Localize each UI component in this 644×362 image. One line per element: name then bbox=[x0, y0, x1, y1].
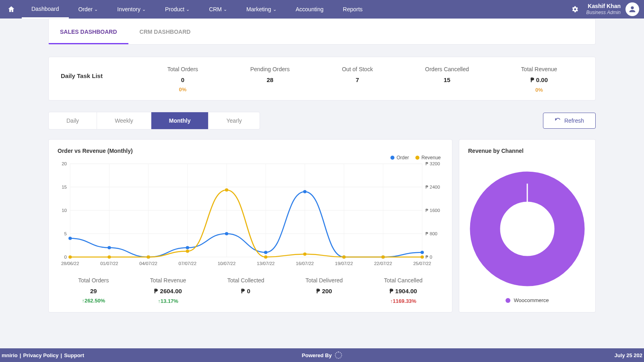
footer-brand-fragment: mnirio bbox=[2, 352, 18, 358]
svg-point-47 bbox=[147, 255, 150, 259]
home-icon[interactable] bbox=[5, 3, 18, 16]
svg-point-53 bbox=[382, 255, 385, 259]
footer-logo-icon bbox=[335, 352, 342, 359]
legend-order: Order bbox=[390, 155, 409, 160]
period-tab-weekly[interactable]: Weekly bbox=[97, 112, 151, 129]
svg-point-40 bbox=[264, 251, 267, 254]
chevron-down-icon: ⌄ bbox=[94, 7, 98, 12]
svg-point-44 bbox=[421, 251, 424, 254]
svg-rect-56 bbox=[527, 184, 528, 214]
nav-inventory[interactable]: Inventory⌄ bbox=[107, 0, 155, 19]
legend-dot-icon bbox=[415, 156, 419, 160]
footer-date: July 25 202 bbox=[615, 352, 642, 358]
privacy-link[interactable]: Privacy Policy bbox=[23, 352, 58, 358]
svg-text:15: 15 bbox=[62, 185, 67, 189]
nav-accounting[interactable]: Accounting bbox=[286, 0, 333, 19]
svg-point-50 bbox=[264, 255, 267, 259]
svg-text:10/07/22: 10/07/22 bbox=[218, 261, 236, 266]
svg-text:₱ 1600: ₱ 1600 bbox=[425, 208, 440, 213]
footer-bar: mnirio | Privacy Policy | Support Powere… bbox=[0, 348, 644, 362]
stat-total-revenue: Total Revenue₱ 0.000% bbox=[521, 66, 557, 93]
svg-point-38 bbox=[186, 246, 189, 249]
period-row: DailyWeeklyMonthlyYearly Refresh bbox=[48, 112, 596, 130]
stat-total-orders: Total Orders00% bbox=[167, 66, 198, 93]
top-nav: DashboardOrder⌄Inventory⌄Product⌄CRM⌄Mar… bbox=[0, 0, 644, 19]
nav-product[interactable]: Product⌄ bbox=[155, 0, 199, 19]
svg-text:25/07/22: 25/07/22 bbox=[413, 261, 431, 266]
user-block[interactable]: Kashif Khan Business Admin bbox=[586, 3, 621, 15]
svg-point-39 bbox=[225, 232, 228, 235]
svg-text:₱ 0: ₱ 0 bbox=[425, 255, 432, 259]
period-tabs: DailyWeeklyMonthlyYearly bbox=[48, 112, 260, 130]
summary-total-revenue: Total Revenue₱ 2604.00↑13.17% bbox=[150, 277, 186, 304]
svg-text:13/07/22: 13/07/22 bbox=[257, 261, 275, 266]
period-tab-daily[interactable]: Daily bbox=[49, 112, 97, 129]
tab-crm-dashboard[interactable]: CRM DASHBOARD bbox=[128, 19, 202, 44]
support-link[interactable]: Support bbox=[64, 352, 84, 358]
user-name: Kashif Khan bbox=[586, 3, 621, 10]
svg-point-54 bbox=[421, 255, 424, 259]
donut-legend-label: Woocommerce bbox=[514, 297, 549, 303]
svg-text:₱ 3200: ₱ 3200 bbox=[425, 161, 440, 166]
stat-pending-orders: Pending Orders28 bbox=[250, 66, 290, 93]
stat-orders-cancelled: Orders Cancelled15 bbox=[425, 66, 469, 93]
refresh-button[interactable]: Refresh bbox=[543, 113, 596, 129]
avatar-icon[interactable] bbox=[625, 2, 639, 16]
donut-title: Revenue by Channel bbox=[468, 148, 586, 154]
chart-title: Order vs Revenue (Monthly) bbox=[58, 148, 443, 154]
svg-text:₱ 800: ₱ 800 bbox=[425, 231, 437, 236]
svg-point-41 bbox=[303, 190, 306, 193]
nav-reports[interactable]: Reports bbox=[333, 0, 372, 19]
svg-point-46 bbox=[107, 255, 111, 259]
svg-point-48 bbox=[186, 250, 189, 253]
nav-dashboard[interactable]: Dashboard bbox=[22, 0, 69, 19]
refresh-icon bbox=[555, 117, 561, 124]
nav-marketing[interactable]: Marketing⌄ bbox=[237, 0, 286, 19]
svg-text:20: 20 bbox=[62, 161, 67, 166]
svg-point-52 bbox=[342, 255, 345, 259]
user-role: Business Admin bbox=[586, 10, 621, 15]
chevron-down-icon: ⌄ bbox=[186, 7, 190, 12]
svg-point-36 bbox=[107, 246, 111, 249]
daily-task-title: Daily Task List bbox=[61, 66, 141, 79]
main-menu: DashboardOrder⌄Inventory⌄Product⌄CRM⌄Mar… bbox=[22, 0, 372, 19]
settings-icon[interactable] bbox=[568, 5, 581, 13]
svg-point-51 bbox=[303, 253, 306, 256]
chevron-down-icon: ⌄ bbox=[223, 7, 227, 12]
order-vs-revenue-card: Order vs Revenue (Monthly) OrderRevenue … bbox=[48, 139, 452, 313]
stat-out-of-stock: Out of Stock7 bbox=[342, 66, 373, 93]
svg-text:07/07/22: 07/07/22 bbox=[179, 261, 197, 266]
legend-revenue: Revenue bbox=[415, 155, 441, 160]
svg-text:19/07/22: 19/07/22 bbox=[335, 261, 353, 266]
daily-task-card: Daily Task List Total Orders00%Pending O… bbox=[48, 57, 596, 101]
dashboard-tabs-card: SALES DASHBOARDCRM DASHBOARD bbox=[48, 19, 596, 45]
nav-crm[interactable]: CRM⌄ bbox=[199, 0, 237, 19]
svg-text:04/07/22: 04/07/22 bbox=[139, 261, 157, 266]
summary-total-delivered: Total Delivered₱ 200 bbox=[305, 277, 343, 304]
summary-total-collected: Total Collected₱ 0 bbox=[227, 277, 264, 304]
svg-text:22/07/22: 22/07/22 bbox=[374, 261, 392, 266]
svg-point-45 bbox=[68, 255, 72, 259]
chevron-down-icon: ⌄ bbox=[273, 7, 277, 12]
period-tab-yearly[interactable]: Yearly bbox=[208, 112, 259, 129]
svg-text:01/07/22: 01/07/22 bbox=[100, 261, 118, 266]
svg-text:0: 0 bbox=[64, 255, 67, 259]
chevron-down-icon: ⌄ bbox=[142, 7, 146, 12]
svg-point-49 bbox=[225, 188, 228, 191]
donut-legend: Woocommerce bbox=[506, 297, 549, 303]
period-tab-monthly[interactable]: Monthly bbox=[151, 112, 209, 129]
powered-by-label: Powered By bbox=[302, 352, 332, 358]
donut-chart: Woocommerce bbox=[468, 156, 586, 303]
line-chart: OrderRevenue 05101520₱ 0₱ 800₱ 1600₱ 240… bbox=[58, 156, 443, 269]
svg-point-35 bbox=[68, 237, 72, 240]
legend-dot-icon bbox=[506, 298, 510, 303]
svg-text:₱ 2400: ₱ 2400 bbox=[425, 185, 440, 189]
summary-total-orders: Total Orders29↑262.50% bbox=[78, 277, 109, 304]
legend-dot-icon bbox=[390, 156, 394, 160]
summary-total-cancelled: Total Cancelled₱ 1904.00↑1169.33% bbox=[384, 277, 423, 304]
nav-order[interactable]: Order⌄ bbox=[69, 0, 108, 19]
svg-text:28/06/22: 28/06/22 bbox=[61, 261, 79, 266]
tab-sales-dashboard[interactable]: SALES DASHBOARD bbox=[49, 19, 128, 44]
revenue-by-channel-card: Revenue by Channel Woocommerce bbox=[459, 139, 596, 313]
svg-text:16/07/22: 16/07/22 bbox=[296, 261, 314, 266]
